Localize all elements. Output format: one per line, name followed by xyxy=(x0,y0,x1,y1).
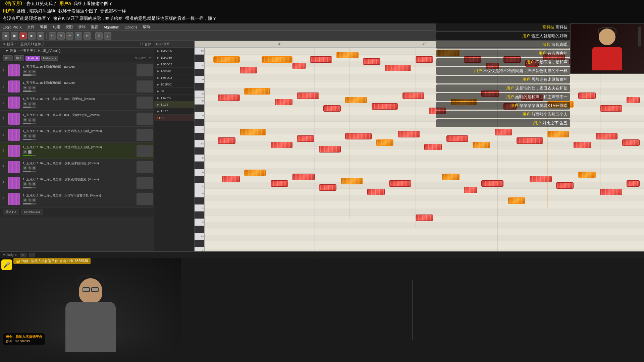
track-record-4[interactable]: R xyxy=(32,118,36,122)
mel-note-m17[interactable] xyxy=(627,97,640,103)
track-vol-3[interactable] xyxy=(23,107,36,108)
track-solo-5[interactable]: S xyxy=(28,134,32,138)
track-vol-2[interactable] xyxy=(23,90,36,92)
track-row-6[interactable]: 6 1_五月天11.16 上海山顶自留...错过 和告五人合唱_(Vocals)… xyxy=(0,143,154,159)
menu-algorithm[interactable]: Algorithm xyxy=(104,25,119,29)
key-d4[interactable]: D xyxy=(195,169,204,176)
mel-note-6[interactable] xyxy=(336,52,359,58)
mel-note-b9-low[interactable] xyxy=(416,215,433,221)
mel-note-m12[interactable] xyxy=(503,103,517,110)
mel-note-b7[interactable] xyxy=(367,189,385,195)
track-mute-8[interactable]: M xyxy=(23,182,27,186)
track-solo-2[interactable]: S xyxy=(28,86,32,89)
key-b4[interactable]: B xyxy=(195,98,204,105)
menu-file[interactable]: 文件 xyxy=(27,24,35,29)
mel-note-11[interactable] xyxy=(464,56,481,63)
track-solo-7[interactable]: S xyxy=(28,166,32,170)
key-c4[interactable]: C xyxy=(195,183,204,190)
mel-note-b2[interactable] xyxy=(244,170,266,176)
key-ab4[interactable] xyxy=(195,119,204,126)
key-gb4[interactable] xyxy=(195,133,204,140)
key-gb3[interactable] xyxy=(195,226,204,233)
plugin-item-3[interactable]: ▶ 1.500C3 xyxy=(154,61,194,68)
track-solo-3[interactable]: S xyxy=(28,102,32,106)
plugin-item-8[interactable]: ▶ 1.677% xyxy=(154,95,194,101)
melodyne-note-grid[interactable] xyxy=(205,48,644,261)
track-vol-9[interactable] xyxy=(23,203,36,204)
key-ab3[interactable] xyxy=(195,212,204,219)
key-bb4[interactable] xyxy=(195,105,204,112)
track-mute-9[interactable]: M xyxy=(23,198,27,202)
mixchecker-btn[interactable]: MixChecker xyxy=(21,209,43,215)
key-d5[interactable]: D xyxy=(195,76,204,83)
key-f3[interactable]: F3 xyxy=(195,233,204,240)
track-record-5[interactable]: R xyxy=(32,134,36,138)
transport-forward[interactable]: ⏭ xyxy=(37,32,44,40)
audio-btn[interactable]: Audio 6 xyxy=(25,56,40,61)
track-row-5[interactable]: 5 1_五月天11.16 上海山顶自留...知足 和告五人合唱_(Vocals)… xyxy=(0,127,154,143)
plugin-item-7[interactable]: ▶ 60 xyxy=(154,88,194,95)
mel-note-b11[interactable] xyxy=(464,187,477,193)
mel-note-b12[interactable] xyxy=(481,180,503,187)
mel-note-m5[interactable] xyxy=(323,105,341,112)
mel-note-5[interactable] xyxy=(310,56,332,63)
track-vol-7[interactable] xyxy=(23,171,36,172)
plugin-item-1[interactable]: ▶ 1MA065 xyxy=(154,48,194,54)
track-mute-7[interactable]: M xyxy=(23,166,27,170)
output-btn[interactable]: 输出 xyxy=(3,55,13,61)
mel-note-b4[interactable] xyxy=(292,174,315,180)
track-record-8[interactable]: R xyxy=(32,182,36,186)
track-vol-6[interactable] xyxy=(23,155,36,156)
track-solo-8[interactable]: S xyxy=(28,182,32,186)
plugin-item-5[interactable]: ▶ 1.960C3 xyxy=(154,74,194,81)
menu-logicpro[interactable]: Logic Pro X xyxy=(3,25,22,29)
key-db4[interactable] xyxy=(195,176,204,183)
mel-note-l3[interactable] xyxy=(271,142,293,148)
mel-note-l11[interactable] xyxy=(473,142,490,148)
key-a3[interactable]: A xyxy=(195,204,204,212)
key-db5[interactable] xyxy=(195,83,204,90)
tool-zoom[interactable]: 🔍 xyxy=(75,32,82,40)
mel-note-8[interactable] xyxy=(385,65,411,71)
track-row-8[interactable]: 8 1_五月天11.16 上海山顶自留...点歌 夜访吸血鬼_(Vocals) … xyxy=(0,175,154,191)
key-a4[interactable]: A xyxy=(195,112,204,119)
mel-note-m16[interactable] xyxy=(600,105,622,112)
mel-note-14[interactable] xyxy=(525,60,538,67)
menu-edit[interactable]: 编辑 xyxy=(40,24,47,29)
mel-note-m11[interactable] xyxy=(481,90,499,97)
tool-pencil[interactable]: ✎ xyxy=(57,32,65,40)
tool-pointer[interactable]: ↖ xyxy=(49,32,56,40)
mel-note-l8[interactable] xyxy=(398,131,420,137)
snap-btn[interactable]: ⊞ xyxy=(95,32,103,40)
mel-note-l9[interactable] xyxy=(424,144,442,150)
mel-note-b14[interactable] xyxy=(530,176,552,182)
plugin-item-6[interactable]: ▶ 1D5F0C xyxy=(154,81,194,88)
key-e4b[interactable] xyxy=(195,147,204,155)
track-record-3[interactable]: R xyxy=(32,102,36,106)
mel-note-m8[interactable] xyxy=(402,93,425,99)
melodyne-btn[interactable]: Melodyne xyxy=(41,56,58,61)
plugin-item-2[interactable]: ▶ 1MA039 xyxy=(154,54,194,61)
plugin-item-10[interactable]: ▶ 11.16 xyxy=(154,108,194,115)
mel-note-m14[interactable] xyxy=(547,101,574,108)
key-f5[interactable]: F5 xyxy=(195,48,204,55)
key-g3[interactable]: G xyxy=(195,219,204,226)
track-vol-8[interactable] xyxy=(23,187,36,188)
mel-note-l7[interactable] xyxy=(376,139,393,146)
mel-note-9[interactable] xyxy=(416,56,433,63)
track-mute-4[interactable]: M xyxy=(23,118,27,122)
mel-note-l4[interactable] xyxy=(297,135,314,142)
input12-btn[interactable]: 输入1-2 xyxy=(3,209,19,215)
mel-note-m7[interactable] xyxy=(372,103,398,110)
transport-play[interactable]: ▶ xyxy=(28,32,36,40)
mel-note-b6[interactable] xyxy=(341,178,363,184)
mel-note-b17[interactable] xyxy=(600,189,622,195)
track-mute-2[interactable]: M xyxy=(23,86,27,89)
key-f4[interactable]: F4 xyxy=(195,140,204,147)
mel-note-12[interactable] xyxy=(486,63,499,69)
mel-note-l2[interactable] xyxy=(240,129,266,135)
key-e5b[interactable] xyxy=(195,55,204,62)
key-b3[interactable]: B xyxy=(195,190,204,197)
mel-note-b13[interactable] xyxy=(508,197,525,204)
track-vol-5[interactable] xyxy=(23,139,36,140)
